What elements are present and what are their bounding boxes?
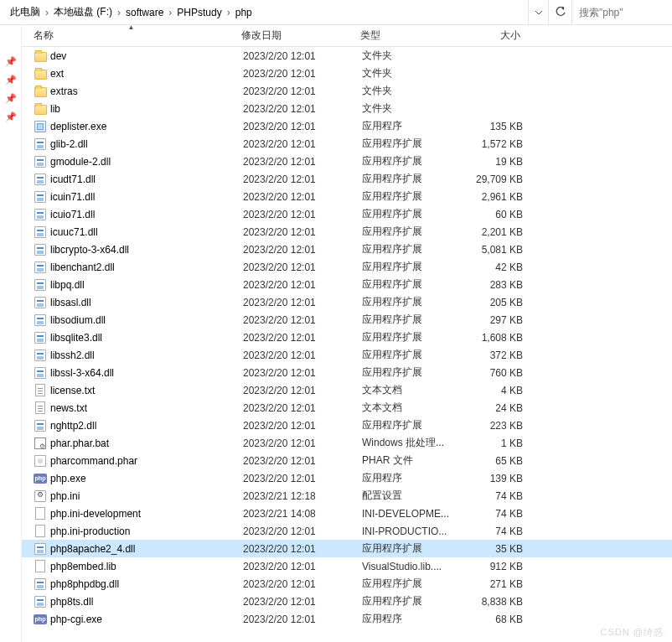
history-dropdown[interactable]	[528, 0, 548, 24]
cell-date: 2023/2/20 12:01	[243, 614, 362, 625]
table-row[interactable]: icudt71.dll2023/2/20 12:01应用程序扩展29,709 K…	[22, 170, 672, 188]
table-row[interactable]: libssl-3-x64.dll2023/2/20 12:01应用程序扩展760…	[22, 364, 672, 381]
cell-date: 2023/2/20 12:01	[243, 455, 362, 467]
table-row[interactable]: php8ts.dll2023/2/20 12:01应用程序扩展8,838 KB	[22, 593, 672, 610]
cell-type: INI-PRODUCTIO...	[362, 526, 469, 537]
table-row[interactable]: libpq.dll2023/2/20 12:01应用程序扩展283 KB	[22, 276, 672, 293]
table-row[interactable]: libsodium.dll2023/2/20 12:01应用程序扩展297 KB	[22, 311, 672, 329]
table-row[interactable]: dev2023/2/20 12:01文件夹	[22, 47, 672, 65]
table-row[interactable]: news.txt2023/2/20 12:01文本文档24 KB	[22, 399, 672, 417]
cell-type: Windows 批处理...	[362, 436, 469, 450]
cell-size: 283 KB	[469, 279, 531, 291]
cell-size: 4 KB	[469, 385, 531, 396]
file-name: nghttp2.dll	[50, 420, 96, 432]
cell-type: 应用程序扩展	[362, 207, 469, 221]
table-row[interactable]: php.ini-production2023/2/20 12:01INI-PRO…	[22, 522, 672, 540]
column-date[interactable]: 修改日期	[241, 25, 360, 46]
file-list[interactable]: ▲ 名称 修改日期 类型 大小 dev2023/2/20 12:01文件夹ext…	[22, 25, 672, 642]
cell-date: 2023/2/20 12:01	[243, 349, 362, 361]
table-row[interactable]: phpphp.exe2023/2/20 12:01应用程序139 KB	[22, 469, 672, 487]
breadcrumb-segment[interactable]: 本地磁盘 (F:)	[50, 0, 116, 24]
breadcrumb[interactable]: 此电脑›本地磁盘 (F:)›software›PHPstudy›php	[0, 0, 528, 24]
chevron-right-icon: ›	[225, 7, 232, 18]
table-row[interactable]: icuin71.dll2023/2/20 12:01应用程序扩展2,961 KB	[22, 188, 672, 205]
table-row[interactable]: phpphp-cgi.exe2023/2/20 12:01应用程序68 KB	[22, 610, 672, 628]
cell-size: 205 KB	[469, 297, 531, 308]
cell-name: license.txt	[23, 384, 243, 397]
blank-icon	[34, 525, 47, 538]
cell-date: 2023/2/20 12:01	[243, 526, 362, 537]
cell-type: 应用程序扩展	[362, 541, 469, 556]
table-row[interactable]: libsasl.dll2023/2/20 12:01应用程序扩展205 KB	[22, 293, 672, 311]
php-icon: php	[34, 613, 47, 626]
table-row[interactable]: libssh2.dll2023/2/20 12:01应用程序扩展372 KB	[22, 346, 672, 364]
column-name[interactable]: ▲ 名称	[22, 25, 241, 46]
table-row[interactable]: deplister.exe2023/2/20 12:01应用程序135 KB	[22, 117, 672, 135]
cell-name: libcrypto-3-x64.dll	[23, 243, 243, 256]
search-input[interactable]	[579, 7, 665, 18]
pin-icon[interactable]: 📌	[3, 54, 18, 69]
table-row[interactable]: icuio71.dll2023/2/20 12:01应用程序扩展60 KB	[22, 205, 672, 223]
refresh-button[interactable]	[548, 0, 571, 24]
quick-access-gutter: 📌 📌 📌 📌	[0, 25, 22, 642]
file-name: libssh2.dll	[50, 349, 95, 361]
table-row[interactable]: php.ini2023/2/21 12:18配置设置74 KB	[22, 487, 672, 505]
cell-type: 应用程序扩展	[362, 172, 469, 186]
columns-header[interactable]: ▲ 名称 修改日期 类型 大小	[22, 25, 672, 47]
pin-icon[interactable]: 📌	[3, 109, 18, 124]
cell-type: 应用程序扩展	[362, 225, 469, 239]
file-name: ext	[50, 68, 64, 80]
breadcrumb-segment[interactable]: 此电脑	[7, 0, 44, 24]
table-row[interactable]: phar.phar.bat2023/2/20 12:01Windows 批处理.…	[22, 434, 672, 452]
cell-name: phpphp.exe	[23, 472, 243, 485]
search-box[interactable]	[571, 0, 672, 24]
table-row[interactable]: libsqlite3.dll2023/2/20 12:01应用程序扩展1,608…	[22, 329, 672, 346]
breadcrumb-segment[interactable]: PHPstudy	[173, 0, 225, 24]
cell-size: 42 KB	[469, 261, 531, 273]
pin-icon[interactable]: 📌	[3, 91, 18, 106]
dll-icon	[34, 225, 47, 239]
table-row[interactable]: ext2023/2/20 12:01文件夹	[22, 65, 672, 82]
breadcrumb-segment[interactable]: php	[232, 0, 256, 24]
cell-type: 应用程序扩展	[362, 154, 469, 168]
cell-date: 2023/2/20 12:01	[243, 561, 362, 572]
table-row[interactable]: libenchant2.dll2023/2/20 12:01应用程序扩展42 K…	[22, 258, 672, 276]
cell-size: 223 KB	[469, 420, 531, 432]
column-size[interactable]: 大小	[468, 25, 530, 46]
table-row[interactable]: license.txt2023/2/20 12:01文本文档4 KB	[22, 381, 672, 399]
cell-name: php8embed.lib	[23, 560, 243, 573]
cell-date: 2023/2/20 12:01	[243, 209, 362, 220]
table-row[interactable]: nghttp2.dll2023/2/20 12:01应用程序扩展223 KB	[22, 417, 672, 434]
cell-name: news.txt	[23, 401, 243, 415]
column-type[interactable]: 类型	[360, 25, 468, 46]
table-row[interactable]: php8phpdbg.dll2023/2/20 12:01应用程序扩展271 K…	[22, 575, 672, 593]
folder-icon	[34, 49, 47, 63]
cell-size: 5,081 KB	[469, 244, 531, 256]
table-row[interactable]: libcrypto-3-x64.dll2023/2/20 12:01应用程序扩展…	[22, 241, 672, 258]
table-row[interactable]: pharcommand.phar2023/2/20 12:01PHAR 文件65…	[22, 452, 672, 469]
dll-icon	[34, 349, 47, 362]
table-row[interactable]: php8apache2_4.dll2023/2/20 12:01应用程序扩展35…	[22, 540, 672, 557]
table-row[interactable]: gmodule-2.dll2023/2/20 12:01应用程序扩展19 KB	[22, 153, 672, 170]
table-row[interactable]: php8embed.lib2023/2/20 12:01VisualStudio…	[22, 557, 672, 575]
cell-name: libsqlite3.dll	[23, 331, 243, 344]
table-row[interactable]: icuuc71.dll2023/2/20 12:01应用程序扩展2,201 KB	[22, 223, 672, 241]
cell-type: 配置设置	[362, 489, 469, 503]
bat-icon	[34, 437, 47, 450]
cell-name: php8ts.dll	[23, 595, 243, 608]
cell-date: 2023/2/20 12:01	[243, 332, 362, 344]
table-row[interactable]: extras2023/2/20 12:01文件夹	[22, 82, 672, 100]
cell-name: nghttp2.dll	[23, 419, 243, 432]
pin-icon[interactable]: 📌	[3, 72, 18, 87]
file-name: extras	[50, 85, 78, 97]
table-row[interactable]: php.ini-development2023/2/21 14:08INI-DE…	[22, 505, 672, 522]
cell-type: 应用程序扩展	[362, 365, 469, 380]
cell-date: 2023/2/20 12:01	[243, 420, 362, 432]
folder-icon	[34, 85, 47, 98]
breadcrumb-segment[interactable]: software	[122, 0, 167, 24]
table-row[interactable]: lib2023/2/20 12:01文件夹	[22, 100, 672, 117]
file-name: phar.phar.bat	[50, 437, 109, 449]
cell-name: gmodule-2.dll	[23, 155, 243, 168]
gear-icon	[34, 489, 47, 503]
table-row[interactable]: glib-2.dll2023/2/20 12:01应用程序扩展1,572 KB	[22, 135, 672, 153]
